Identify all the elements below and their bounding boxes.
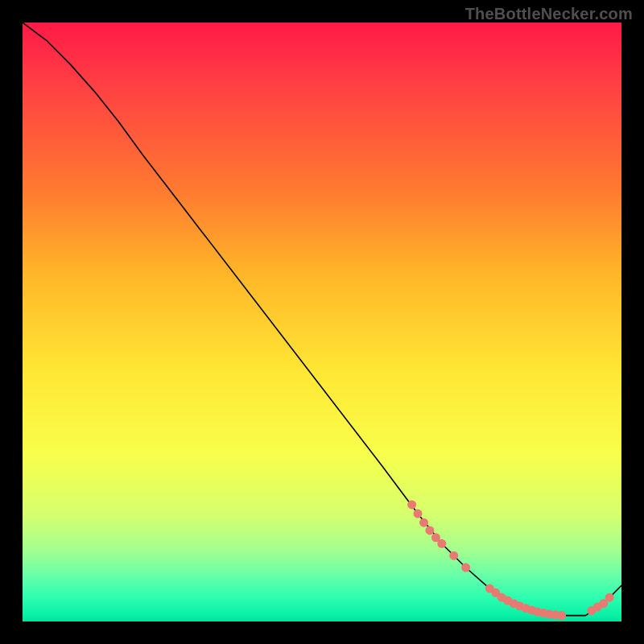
- data-point-marker: [407, 500, 416, 509]
- gradient-plot-area: [23, 23, 621, 621]
- data-point-marker: [449, 551, 458, 560]
- data-point-marker: [491, 588, 500, 597]
- data-point-marker: [425, 526, 434, 535]
- data-point-marker: [437, 539, 446, 548]
- data-point-marker: [605, 593, 614, 602]
- data-point-marker: [510, 599, 518, 608]
- data-point-marker: [545, 610, 554, 619]
- marker-group: [407, 500, 613, 620]
- data-point-marker: [515, 601, 524, 610]
- data-point-marker: [587, 606, 596, 615]
- data-point-marker: [533, 608, 542, 617]
- data-point-marker: [599, 599, 608, 608]
- chart-frame: TheBottleNecker.com: [0, 0, 644, 644]
- data-point-marker: [527, 605, 536, 614]
- data-point-marker: [539, 609, 548, 617]
- data-point-marker: [593, 603, 602, 612]
- data-point-marker: [485, 584, 494, 593]
- data-point-marker: [557, 611, 566, 620]
- data-point-marker: [431, 533, 440, 542]
- data-point-marker: [414, 510, 423, 518]
- data-point-marker: [522, 604, 530, 613]
- bottleneck-curve-svg: [23, 23, 621, 621]
- data-point-marker: [419, 518, 428, 527]
- data-point-marker: [461, 564, 470, 572]
- data-point-marker: [503, 597, 512, 605]
- data-point-marker: [497, 593, 506, 602]
- data-point-marker: [551, 610, 560, 619]
- bottleneck-curve-path: [23, 23, 621, 616]
- watermark-label: TheBottleNecker.com: [465, 5, 633, 23]
